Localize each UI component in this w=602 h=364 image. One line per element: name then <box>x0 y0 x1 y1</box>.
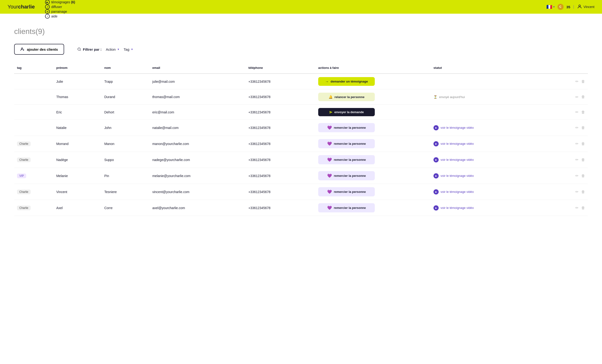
delete-icon[interactable]: 🗑 <box>581 126 585 130</box>
tag-chevron-icon: ▾ <box>131 48 133 51</box>
cell-email: julie@mail.com <box>150 74 246 89</box>
voir-video-button[interactable]: ▶ voir le témoignage vidéo <box>433 125 550 130</box>
delete-icon[interactable]: 🗑 <box>581 95 585 99</box>
voir-video-button[interactable]: ▶ voir le témoignage vidéo <box>433 205 550 211</box>
user-icon <box>577 4 582 10</box>
edit-icon[interactable]: ✏ <box>575 125 579 130</box>
edit-icon[interactable]: ✏ <box>575 79 579 84</box>
nav-icon-diffuser: ↗ <box>45 4 50 9</box>
tag-badge: Charlie <box>17 141 31 146</box>
language-selector[interactable]: 🇫🇷 ▾ <box>546 4 555 10</box>
nav-label-diffuser: diffuser <box>51 5 62 9</box>
cell-nom: Dehort <box>101 105 150 120</box>
cell-nom: John <box>101 120 150 136</box>
col-header-nom: nom <box>101 64 150 74</box>
play-icon: ▶ <box>433 141 439 146</box>
cell-nom: Tesniere <box>101 184 150 200</box>
voir-video-button[interactable]: ▶ voir le témoignage vidéo <box>433 157 550 162</box>
flag-icon: 🇫🇷 <box>546 4 552 10</box>
cell-tel: +33612345678 <box>246 152 315 168</box>
cell-tag: Charlie <box>14 184 54 200</box>
header-right: 🇫🇷 ▾ C 35 | Vincent <box>546 4 594 10</box>
col-header-tel: téléphone <box>246 64 315 74</box>
tag-badge: Charlie <box>17 206 31 210</box>
delete-icon[interactable]: 🗑 <box>581 79 585 84</box>
edit-icon[interactable]: ✏ <box>575 95 579 99</box>
cell-tag: VIP <box>14 168 54 184</box>
delete-icon[interactable]: 🗑 <box>581 158 585 162</box>
action-chevron-icon: ▾ <box>118 48 119 51</box>
cell-prenom: Natalie <box>54 120 102 136</box>
action-button-remercier[interactable]: 💜 remercier la personne <box>318 187 375 196</box>
table-row: Charlie Nadège Suppo nadege@yourcharlie.… <box>14 152 588 168</box>
clients-table: tag prénom nom email téléphone actions à… <box>14 64 588 216</box>
row-actions: ✏ 🗑 <box>556 95 585 99</box>
nav-item-parrainage[interactable]: ⊕ parrainage <box>45 9 75 14</box>
row-actions: ✏ 🗑 <box>556 141 585 146</box>
action-button-remercier[interactable]: 💜 remercier la personne <box>318 123 375 132</box>
delete-icon[interactable]: 🗑 <box>581 190 585 194</box>
action-label: remercier la personne <box>334 190 366 193</box>
edit-icon[interactable]: ✏ <box>575 190 579 194</box>
nav-item-aide[interactable]: i aide <box>45 14 75 19</box>
action-button-remercier[interactable]: 💜 remercier la personne <box>318 155 375 164</box>
voir-video-button[interactable]: ▶ voir le témoignage vidéo <box>433 189 550 194</box>
table-body: Julie Trapp julie@mail.com +33612345678 … <box>14 74 588 216</box>
col-header-tag: tag <box>14 64 54 74</box>
tag-filter-dropdown[interactable]: Tag ▾ <box>123 46 133 52</box>
edit-icon[interactable]: ✏ <box>575 173 579 178</box>
edit-icon[interactable]: ✏ <box>575 141 579 146</box>
action-filter-dropdown[interactable]: Action ▾ <box>105 46 119 52</box>
logo-bold: charlie <box>18 4 35 10</box>
cell-statut <box>431 74 553 89</box>
action-button-relancer[interactable]: 🔔 relancer la personne <box>318 93 375 101</box>
action-button-remercier[interactable]: 💜 remercier la personne <box>318 203 375 212</box>
edit-icon[interactable]: ✏ <box>575 206 579 210</box>
action-label: remercier la personne <box>334 142 366 145</box>
delete-icon[interactable]: 🗑 <box>581 142 585 146</box>
row-actions: ✏ 🗑 <box>556 125 585 130</box>
logo[interactable]: Yourcharlie <box>8 4 35 10</box>
nav-label-parrainage: parrainage <box>51 10 67 13</box>
cell-prenom: Morrand <box>54 136 102 152</box>
action-button-demander[interactable]: → demander un témoignage <box>318 77 375 86</box>
col-header-email: email <box>150 64 246 74</box>
hourglass-icon: ⏳ <box>433 95 437 99</box>
nav-item-diffuser[interactable]: ↗ diffuser <box>45 4 75 9</box>
delete-icon[interactable]: 🗑 <box>581 206 585 210</box>
voir-label: voir le témoignage vidéo <box>441 174 474 178</box>
cell-tag <box>14 89 54 105</box>
voir-video-button[interactable]: ▶ voir le témoignage vidéo <box>433 141 550 146</box>
action-label: remercier la personne <box>334 206 366 210</box>
action-button-remercier[interactable]: 💜 remercier la personne <box>318 139 375 148</box>
cell-tel: +33612345678 <box>246 168 315 184</box>
table-row: VIP Melanie Pin melanie@yourcharlie.com … <box>14 168 588 184</box>
voir-video-button[interactable]: ▶ voir le témoignage vidéo <box>433 173 550 179</box>
voir-label: voir le témoignage vidéo <box>441 142 474 145</box>
nav-item-temoignages[interactable]: ▶ témoignages (6) <box>45 0 75 4</box>
cell-row-actions: ✏ 🗑 <box>553 168 588 184</box>
action-label: remercier la personne <box>334 158 366 161</box>
cell-nom: Trapp <box>101 74 150 89</box>
delete-icon[interactable]: 🗑 <box>581 110 585 114</box>
edit-icon[interactable]: ✏ <box>575 110 579 114</box>
action-button-envoyer[interactable]: envoyer la demande <box>318 108 375 116</box>
edit-icon[interactable]: ✏ <box>575 158 579 162</box>
tag-badge: VIP <box>17 173 26 178</box>
cell-tel: +33612345678 <box>246 184 315 200</box>
flag-chevron-icon: ▾ <box>553 5 555 9</box>
cell-email: eric@mail.com <box>150 105 246 120</box>
cell-row-actions: ✏ 🗑 <box>553 184 588 200</box>
add-clients-label: ajouter des clients <box>27 47 58 51</box>
user-menu[interactable]: Vincent <box>577 4 594 10</box>
cell-tel: +33612345678 <box>246 136 315 152</box>
cell-email: nadege@yourcharlie.com <box>150 152 246 168</box>
cell-email: manon@yourcharlie.com <box>150 136 246 152</box>
cell-statut: ⏳ envoyé aujourd'hui <box>431 89 553 105</box>
add-clients-button[interactable]: ajouter des clients <box>14 44 64 55</box>
delete-icon[interactable]: 🗑 <box>581 174 585 178</box>
cell-tag: Charlie <box>14 200 54 216</box>
action-button-remercier[interactable]: 💜 remercier la personne <box>318 171 375 180</box>
cell-tag <box>14 74 54 89</box>
cell-nom: Pin <box>101 168 150 184</box>
